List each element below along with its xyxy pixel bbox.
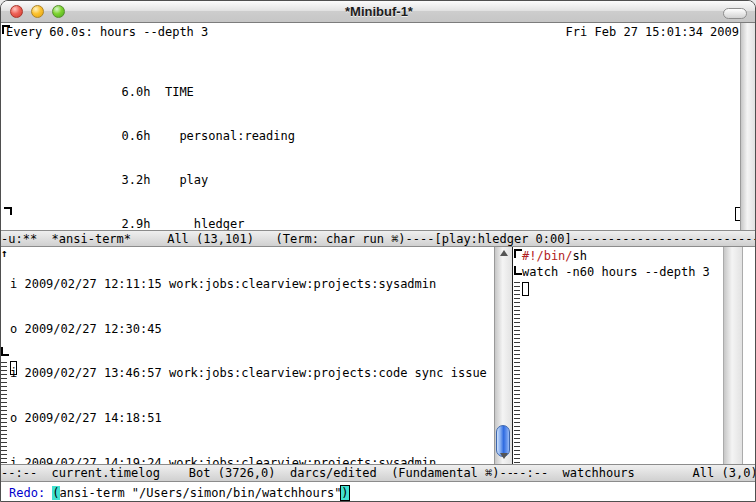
timelog-scrollbar[interactable] [494,247,512,464]
report-line: 0.6h personal:reading [6,128,295,144]
buffer-top-indicator-icon [2,25,10,34]
empty-lines-indicator-icon [1,362,7,464]
ansi-term-scrollbar[interactable] [740,23,755,230]
script-shebang-line: #!/bin/sh [522,248,587,264]
timelog-cursor [10,361,17,375]
shebang-comment: #!/bin/ [522,249,573,263]
watch-header: Every 60.0s: hours --depth 3 Fri Feb 27 … [1,25,741,41]
minibuffer[interactable]: Redo: (ansi-term "/Users/simon/bin/watch… [1,482,756,502]
buffer-top-indicator-icon [514,249,522,258]
matched-open-paren: ( [52,486,59,500]
bottom-split: i 2009/02/27 12:11:15 work:jobs:clearvie… [1,247,756,464]
buffer-bottom-indicator-icon [514,266,522,275]
modeline-timelog[interactable]: --:-- current.timelog Bot (3726,0) darcs… [1,464,512,482]
report-line: 3.2h play [6,172,295,188]
script-scrollbar[interactable] [723,247,743,464]
buffer-bottom-indicator-icon [1,347,9,356]
timelog-line: i 2009/02/27 13:46:57 work:jobs:clearvie… [10,365,487,382]
timelog-line: o 2009/02/27 14:18:51 [10,410,487,427]
shebang-interpreter: sh [573,249,587,263]
minibuffer-text: ansi-term "/Users/simon/bin/watchhours" [60,486,342,500]
close-button[interactable] [10,5,23,18]
minimize-button[interactable] [31,5,44,18]
minibuffer-prompt: Redo: [9,486,52,500]
report-line: 6.0h TIME [6,84,295,100]
window-controls [10,5,65,18]
modeline-ansi-term[interactable]: -u:** *ansi-term* All (13,101) (Term: ch… [1,230,756,247]
scroll-down-arrow-icon[interactable] [495,453,512,459]
empty-lines-indicator-icon [514,282,520,464]
timelog-line: o 2009/02/27 12:30:45 [10,321,487,338]
toolbar-toggle-button[interactable] [723,8,747,19]
emacs-window: *Minibuf-1* Every 60.0s: hours --depth 3… [0,0,756,502]
buffer-bottom-indicator-icon [4,207,12,215]
title-bar[interactable]: *Minibuf-1* [1,1,756,23]
zoom-button[interactable] [52,5,65,18]
timelog-line: i 2009/02/27 12:11:15 work:jobs:clearvie… [10,276,487,293]
scrolled-above-indicator-icon: ↑ [1,247,9,260]
ansi-term-window[interactable]: Every 60.0s: hours --depth 3 Fri Feb 27 … [1,23,756,230]
modeline-watchhours[interactable]: --:-- watchhours All (3,0) [512,464,756,482]
script-cursor [522,282,529,296]
scroll-up-arrow-icon[interactable] [495,250,512,256]
watch-command-text: Every 60.0s: hours --depth 3 [6,25,208,41]
script-command-line: watch -n60 hours --depth 3 [522,264,710,280]
script-window[interactable]: #!/bin/sh watch -n60 hours --depth 3 [513,247,756,464]
window-title: *Minibuf-1* [1,4,756,19]
watch-timestamp: Fri Feb 27 15:01:34 2009 [566,25,739,41]
matched-close-paren-cursor: ) [340,485,349,501]
